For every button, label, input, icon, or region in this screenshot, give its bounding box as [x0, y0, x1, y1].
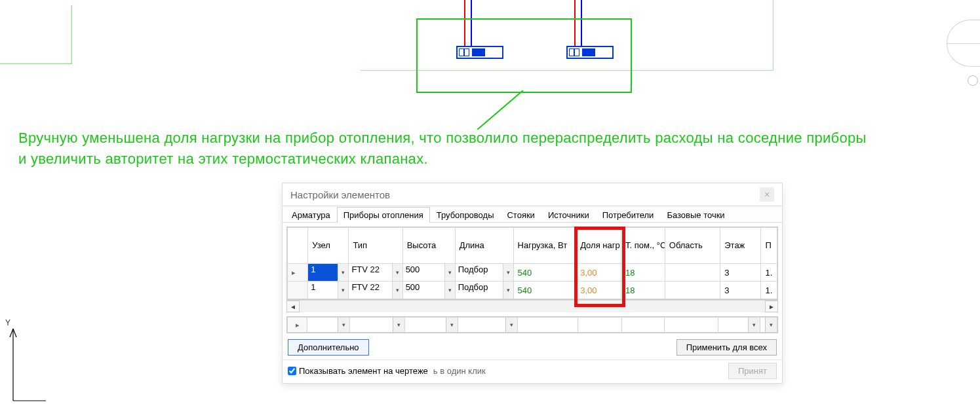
cell-vysota[interactable]: 500 ▾ [403, 264, 455, 281]
cell-oblast[interactable] [665, 282, 720, 299]
dropdown-icon[interactable]: ▾ [392, 264, 402, 281]
filter-nagruzka[interactable] [517, 318, 578, 333]
dropdown-icon[interactable]: ▾ [338, 264, 348, 281]
cell-uzel[interactable]: 1 ▾ [308, 264, 348, 281]
settings-dialog: Настройки элементов × Арматура Приборы о… [283, 183, 782, 383]
dropdown-icon[interactable]: ▾ [338, 282, 348, 299]
col-oblast[interactable]: Область [665, 228, 720, 264]
cell-nagruzka[interactable]: 540 [513, 282, 576, 299]
col-dolia[interactable]: Доля нагр., % [576, 228, 621, 264]
selection-box [416, 18, 632, 93]
one-click-text: ь в один клик [433, 366, 486, 376]
cell-etazh[interactable]: 3 [720, 264, 761, 282]
compass-dot-icon [968, 75, 978, 86]
dropdown-icon[interactable]: ▾ [444, 282, 455, 299]
cell-etazh[interactable]: 3 [720, 282, 761, 299]
tab-potrebiteli[interactable]: Потребители [596, 207, 661, 223]
cell-dolia[interactable]: 3,00 [576, 282, 621, 299]
axis-label-y: Y [5, 318, 10, 327]
table-row[interactable]: 1 ▾ FTV 22 ▾ 500 ▾ [288, 282, 777, 299]
leader-line [477, 90, 523, 130]
cell-dlina[interactable]: Подбор ▾ [456, 282, 513, 299]
col-tpom[interactable]: Т. пом., °C [621, 228, 665, 264]
header-row: Узел Тип Высота Длина Нагрузка, Вт Доля … [288, 228, 777, 264]
tab-pribory[interactable]: Приборы отопления [337, 207, 430, 223]
dialog-title: Настройки элементов [290, 189, 390, 200]
annotation-text: Вручную уменьшена доля нагрузки на прибо… [18, 128, 871, 170]
axis-gizmo: Y [0, 312, 52, 404]
cell-nagruzka[interactable]: 540 [513, 264, 576, 282]
close-button[interactable]: × [760, 187, 774, 202]
dropdown-icon[interactable]: ▾ [393, 318, 404, 332]
col-vysota[interactable]: Высота [402, 228, 455, 264]
svg-line-3 [13, 329, 16, 337]
cell-tip[interactable]: FTV 22 ▾ [349, 264, 402, 281]
cell-more[interactable]: 1. [761, 264, 777, 282]
table-row[interactable]: ▸ 1 ▾ FTV 22 ▾ [288, 264, 777, 282]
filter-dlina[interactable]: ▾ [458, 318, 517, 332]
filter-grid: ▸ ▾ ▾ ▾ ▾ ▾ ▾ [286, 316, 778, 333]
dropdown-icon[interactable]: ▾ [446, 318, 458, 332]
tab-truboprovody[interactable]: Трубопроводы [430, 207, 501, 223]
accept-button[interactable]: Принят [728, 363, 777, 379]
filter-etazh[interactable]: ▾ [718, 318, 760, 332]
dropdown-icon[interactable]: ▾ [503, 282, 513, 299]
dropdown-icon[interactable]: ▾ [338, 318, 349, 332]
drawing-fragment [0, 5, 72, 64]
row-marker [288, 282, 308, 299]
cell-tpom[interactable]: 18 [621, 264, 665, 282]
col-etazh[interactable]: Этаж [720, 228, 761, 264]
cell-oblast[interactable] [665, 264, 720, 282]
dialog-titlebar: Настройки элементов × [283, 183, 782, 206]
compass-icon [947, 20, 980, 67]
scroll-right-button[interactable]: ► [765, 301, 778, 312]
filter-uzel[interactable]: ▾ [307, 318, 349, 332]
col-nagruzka[interactable]: Нагрузка, Вт [513, 228, 576, 264]
cell-more[interactable]: 1. [761, 282, 777, 299]
filter-tpom[interactable] [622, 318, 665, 333]
col-dlina[interactable]: Длина [455, 228, 513, 264]
filter-row-marker: ▸ [288, 318, 307, 333]
filter-oblast[interactable] [664, 318, 718, 333]
filter-tip[interactable]: ▾ [350, 318, 404, 332]
tab-bazovye[interactable]: Базовые точки [660, 207, 731, 223]
dropdown-icon[interactable]: ▾ [392, 282, 402, 299]
svg-line-2 [10, 329, 13, 337]
tab-stoyaki[interactable]: Стояки [500, 207, 541, 223]
col-more[interactable]: П [761, 228, 777, 264]
filter-more[interactable]: ▾ [760, 318, 777, 332]
filter-row[interactable]: ▸ ▾ ▾ ▾ ▾ ▾ ▾ [288, 318, 777, 333]
show-on-drawing-checkbox[interactable]: Показывать элемент на чертеже [288, 366, 428, 376]
buttons-row: Дополнительно Применить для всех [283, 337, 782, 359]
cell-tpom[interactable]: 18 [621, 282, 665, 299]
tab-istochniki[interactable]: Источники [541, 207, 596, 223]
cell-dlina[interactable]: Подбор ▾ [456, 264, 513, 281]
cell-tip[interactable]: FTV 22 ▾ [349, 282, 402, 299]
row-marker: ▸ [288, 264, 308, 282]
tabstrip: Арматура Приборы отопления Трубопроводы … [283, 206, 782, 223]
col-tip[interactable]: Тип [349, 228, 402, 264]
horizontal-scrollbar[interactable]: ◄ ► [286, 300, 778, 312]
filter-dolia[interactable] [578, 318, 622, 333]
col-uzel[interactable]: Узел [308, 228, 349, 264]
scroll-left-button[interactable]: ◄ [286, 301, 300, 312]
filter-vysota[interactable]: ▾ [405, 318, 458, 332]
dropdown-icon[interactable]: ▾ [765, 318, 777, 332]
dropdown-icon[interactable]: ▾ [503, 264, 513, 281]
more-button[interactable]: Дополнительно [288, 339, 369, 356]
main-grid: Узел Тип Высота Длина Нагрузка, Вт Доля … [286, 227, 778, 300]
dropdown-icon[interactable]: ▾ [505, 318, 517, 332]
svg-line-0 [477, 90, 523, 130]
show-on-drawing-input[interactable] [288, 367, 296, 375]
cell-vysota[interactable]: 500 ▾ [403, 282, 455, 299]
apply-all-button[interactable]: Применить для всех [676, 339, 777, 356]
cell-uzel[interactable]: 1 ▾ [308, 282, 348, 299]
cell-dolia[interactable]: 3,00 [576, 264, 621, 282]
dropdown-icon[interactable]: ▾ [444, 264, 455, 281]
dropdown-icon[interactable]: ▾ [748, 318, 760, 332]
tab-armatura[interactable]: Арматура [285, 207, 337, 223]
dialog-footer: Показывать элемент на чертеже ь в один к… [283, 359, 782, 383]
